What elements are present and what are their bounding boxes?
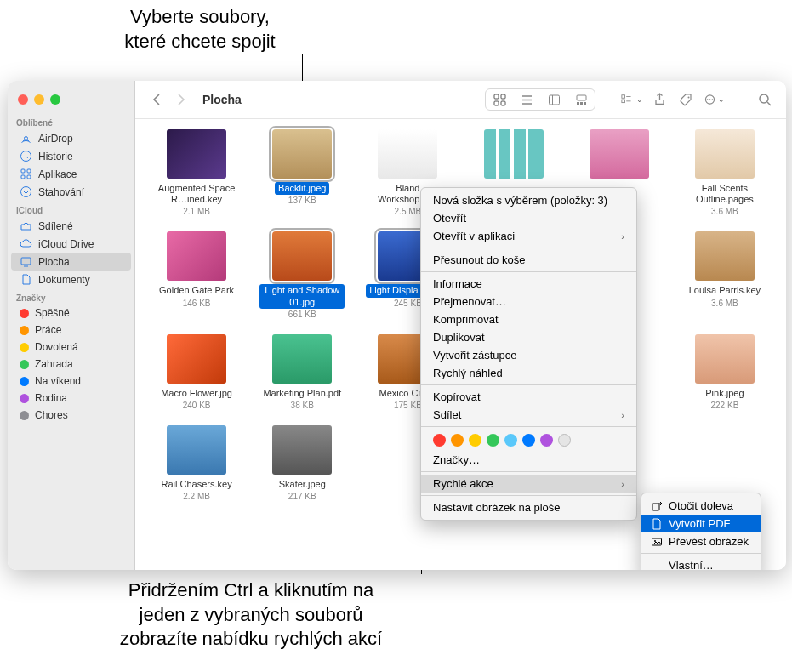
submenu-item[interactable]: Vytvořit PDF xyxy=(641,515,761,532)
menu-item[interactable]: Informace xyxy=(421,275,636,293)
list-view-button[interactable] xyxy=(513,89,540,110)
tag-color-button[interactable] xyxy=(504,434,517,447)
tag-color-button[interactable] xyxy=(540,434,553,447)
close-window-button[interactable] xyxy=(18,94,28,105)
svg-point-19 xyxy=(688,97,690,99)
share-button[interactable] xyxy=(648,89,670,110)
sidebar-item[interactable]: Historie xyxy=(11,147,131,165)
group-button[interactable]: ⌄ xyxy=(621,89,643,110)
menu-item[interactable]: Kopírovat xyxy=(421,388,636,406)
svg-point-22 xyxy=(709,99,711,100)
menu-item[interactable]: Rychlý náhled xyxy=(421,364,636,382)
svg-rect-7 xyxy=(21,258,31,265)
sidebar-item[interactable]: Zahrada xyxy=(11,356,131,373)
tag-color-button[interactable] xyxy=(487,434,499,447)
menu-item[interactable]: Nová složka s výběrem (položky: 3) xyxy=(421,191,636,209)
menu-item[interactable]: Vytvořit zástupce xyxy=(421,346,636,364)
minimize-window-button[interactable] xyxy=(34,94,44,105)
menu-item-label: Komprimovat xyxy=(433,313,499,326)
column-view-button[interactable] xyxy=(540,89,567,110)
file-item[interactable]: Fall Scents Outline.pages3.6 MB xyxy=(677,129,772,216)
file-name: Macro Flower.jpg xyxy=(157,387,236,400)
menu-item[interactable]: Komprimovat xyxy=(421,310,636,328)
submenu-item-label: Vytvořit PDF xyxy=(669,517,730,530)
menu-separator xyxy=(421,384,636,385)
file-name: Backlit.jpeg xyxy=(275,182,329,195)
sidebar-item[interactable]: Spěšné xyxy=(11,305,131,322)
file-item[interactable]: Macro Flower.jpg240 KB xyxy=(149,334,244,410)
sidebar-item-label: Historie xyxy=(38,151,73,162)
file-item[interactable]: Marketing Plan.pdf38 KB xyxy=(254,334,350,410)
file-item[interactable]: Augmented Space R…ined.key2.1 MB xyxy=(149,129,244,216)
menu-item-label: Přejmenovat… xyxy=(433,295,506,308)
tag-color-button[interactable] xyxy=(522,434,535,447)
menu-item[interactable]: Sdílet› xyxy=(421,406,636,424)
menu-item[interactable]: Duplikovat xyxy=(421,328,636,346)
sidebar-item[interactable]: Na víkend xyxy=(11,373,131,390)
sidebar-item[interactable]: Práce xyxy=(11,322,131,339)
menu-item[interactable]: Značky… xyxy=(421,451,636,469)
submenu-item[interactable]: Převést obrázek xyxy=(641,532,761,550)
sidebar-item[interactable]: AirDrop xyxy=(11,129,131,147)
menu-item[interactable]: Otevřít v aplikaci› xyxy=(421,227,636,245)
file-thumbnail xyxy=(590,129,649,179)
tag-color-button[interactable] xyxy=(469,434,481,447)
menu-item-label: Rychlý náhled xyxy=(433,367,503,379)
tag-color-button[interactable] xyxy=(433,434,446,447)
sidebar-item[interactable]: Aplikace xyxy=(11,165,131,183)
sidebar-item[interactable]: Sdílené xyxy=(11,217,131,235)
menu-item[interactable]: Rychlé akce› xyxy=(421,475,636,493)
menu-item[interactable]: Otevřít xyxy=(421,209,636,227)
file-item[interactable]: Golden Gate Park146 KB xyxy=(149,231,244,318)
back-button[interactable] xyxy=(145,89,168,110)
file-item[interactable]: Backlit.jpeg137 KB xyxy=(254,129,350,216)
sidebar-item[interactable]: Plocha xyxy=(11,253,131,271)
action-button[interactable]: ⌄ xyxy=(703,89,725,110)
menu-item-label: Vytvořit zástupce xyxy=(433,349,517,362)
menu-item[interactable]: Přejmenovat… xyxy=(421,293,636,310)
menu-separator xyxy=(421,248,636,248)
search-button[interactable] xyxy=(754,89,776,110)
sidebar-item[interactable]: Rodina xyxy=(11,390,131,407)
sidebar-item[interactable]: Dovolená xyxy=(11,339,131,356)
file-name: Pink.jpeg xyxy=(702,387,747,400)
zoom-window-button[interactable] xyxy=(50,94,60,105)
doc-icon xyxy=(20,273,32,286)
gallery-view-button[interactable] xyxy=(567,89,595,110)
menu-item-label: Informace xyxy=(433,277,482,290)
file-size: 38 KB xyxy=(291,401,314,410)
chevron-right-icon: › xyxy=(621,410,624,420)
menu-item[interactable]: Nastavit obrázek na ploše xyxy=(421,498,636,516)
sidebar-item[interactable]: Chores xyxy=(11,407,131,424)
menu-item[interactable]: Přesunout do koše xyxy=(421,251,636,269)
main-area: Plocha ⌄ ⌄ Augmented Space R…ined.key2.1… xyxy=(135,81,786,570)
sidebar-item[interactable]: iCloud Drive xyxy=(11,235,131,253)
file-item[interactable]: Pink.jpeg222 KB xyxy=(677,334,772,410)
forward-button[interactable] xyxy=(170,89,192,110)
sidebar-item[interactable]: Stahování xyxy=(11,183,131,201)
file-size: 217 KB xyxy=(288,492,316,501)
tag-color-button[interactable] xyxy=(451,434,464,447)
tag-dot-icon xyxy=(20,411,29,420)
chevron-right-icon: › xyxy=(621,231,624,242)
file-name: Rail Chasers.key xyxy=(158,478,236,491)
file-item[interactable]: Louisa Parris.key3.6 MB xyxy=(677,231,772,318)
sidebar-item[interactable]: Dokumenty xyxy=(11,271,131,288)
submenu-item-label: Otočit doleva xyxy=(669,499,733,512)
file-thumbnail xyxy=(167,129,226,179)
menu-item-label: Otevřít xyxy=(433,212,466,225)
file-item[interactable]: Skater.jpeg217 KB xyxy=(254,425,350,501)
clock-icon xyxy=(20,150,32,162)
file-thumbnail xyxy=(167,231,226,281)
submenu-item[interactable]: Otočit doleva xyxy=(641,497,761,515)
rotate-icon xyxy=(650,499,663,512)
submenu-item[interactable]: Vlastní… xyxy=(641,556,761,570)
file-item[interactable]: Rail Chasers.key2.2 MB xyxy=(149,425,244,501)
icon-view-button[interactable] xyxy=(486,89,513,110)
tag-dot-icon xyxy=(20,326,29,335)
sidebar-item-label: Rodina xyxy=(35,392,67,404)
tag-color-button[interactable] xyxy=(558,434,571,447)
tag-button[interactable] xyxy=(675,89,698,110)
file-item[interactable]: Light and Shadow 01.jpg661 KB xyxy=(254,231,350,318)
file-thumbnail xyxy=(167,334,226,384)
